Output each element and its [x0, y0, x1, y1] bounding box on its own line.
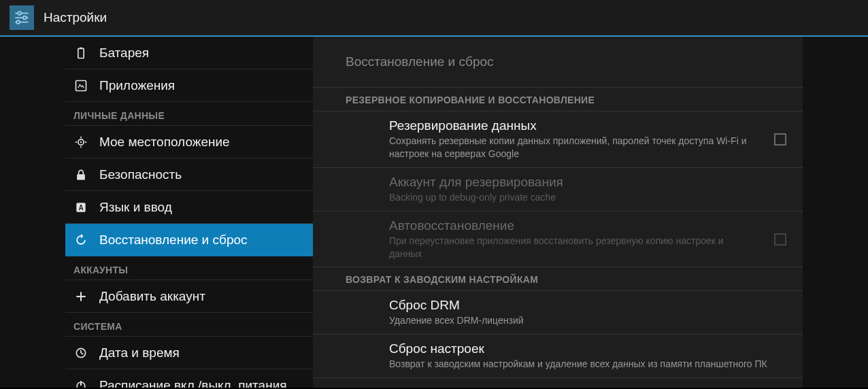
sidebar-item-label: Добавить аккаунт [99, 289, 205, 304]
clock-icon [73, 345, 88, 360]
sidebar-item-label: Дата и время [99, 345, 180, 360]
setting-text: Сброс настроекВозврат к заводским настро… [389, 341, 786, 371]
setting-subtitle: Возврат к заводским настройкам и удалени… [389, 358, 775, 371]
svg-rect-15 [77, 174, 85, 180]
main: БатареяПриложенияЛИЧНЫЕ ДАННЫЕМое местоп… [0, 37, 868, 388]
lock-icon [73, 167, 88, 182]
sidebar-item-clock[interactable]: Дата и время [65, 337, 313, 369]
setting-title: Аккаунт для резервирования [389, 175, 775, 190]
svg-text:A: A [78, 204, 83, 212]
setting-text: АвтовосстановлениеПри переустановке прил… [389, 218, 766, 260]
setting-text: Резервирование данныхСохранять резервные… [389, 118, 766, 160]
setting-subtitle: Backing up to debug-only private cache [389, 191, 775, 204]
setting-title: Резервирование данных [389, 118, 755, 133]
setting-title: Сброс DRM [389, 298, 775, 313]
sidebar-item-label: Приложения [99, 78, 175, 93]
sidebar-item-power[interactable]: Расписание вкл./выкл. питания [65, 369, 313, 388]
sidebar-item-label: Язык и ввод [99, 200, 172, 215]
setting-subtitle: Удаление всех DRM-лицензий [389, 314, 775, 327]
topbar-title: Настройки [44, 10, 107, 25]
setting-row[interactable]: Сброс настроекВозврат к заводским настро… [313, 335, 803, 378]
svg-point-10 [80, 141, 82, 143]
sidebar-item-battery[interactable]: Батарея [65, 37, 313, 69]
sidebar-item-location[interactable]: Мое местоположение [65, 126, 313, 158]
section-header: РЕЗЕРВНОЕ КОПИРОВАНИЕ И ВОССТАНОВЛЕНИЕ [313, 88, 803, 112]
plus-icon [73, 289, 88, 304]
topbar: Настройки [0, 0, 868, 37]
svg-line-22 [81, 353, 83, 354]
section-header: ВОЗВРАТ К ЗАВОДСКИМ НАСТРОЙКАМ [313, 267, 803, 291]
settings-icon [10, 5, 34, 30]
sidebar-item-plus[interactable]: Добавить аккаунт [65, 280, 313, 313]
sidebar-header: АККАУНТЫ [65, 256, 313, 280]
page-title: Восстановление и сброс [313, 37, 803, 88]
apps-icon [73, 78, 88, 93]
sidebar-item-label: Расписание вкл./выкл. питания [99, 378, 287, 388]
sidebar-item-label: Мое местоположение [99, 135, 230, 150]
sidebar-item-label: Восстановление и сброс [99, 233, 248, 248]
setting-title: Автовосстановление [389, 218, 755, 233]
sidebar-item-language[interactable]: AЯзык и ввод [65, 191, 313, 224]
setting-title: Сброс настроек [389, 341, 775, 356]
sidebar: БатареяПриложенияЛИЧНЫЕ ДАННЫЕМое местоп… [0, 37, 313, 388]
sidebar-item-label: Безопасность [99, 167, 182, 182]
setting-text: Аккаунт для резервированияBacking up to … [389, 175, 786, 204]
setting-text: Сброс DRMУдаление всех DRM-лицензий [389, 298, 786, 327]
sidebar-item-label: Батарея [99, 46, 149, 61]
svg-rect-7 [80, 47, 82, 48]
setting-row: Аккаунт для резервированияBacking up to … [313, 168, 803, 212]
setting-subtitle: При переустановке приложения восстановит… [389, 235, 755, 260]
power-icon [73, 378, 88, 388]
svg-rect-6 [78, 48, 84, 58]
sidebar-header: ЛИЧНЫЕ ДАННЫЕ [65, 102, 313, 126]
checkbox[interactable] [774, 133, 786, 146]
setting-row[interactable]: Сброс DRMУдаление всех DRM-лицензий [313, 291, 803, 335]
svg-point-5 [16, 20, 20, 24]
location-icon [73, 135, 88, 150]
setting-subtitle: Сохранять резервные копии данных приложе… [389, 135, 755, 160]
sidebar-item-apps[interactable]: Приложения [65, 69, 313, 102]
svg-point-1 [18, 12, 21, 15]
battery-icon [73, 46, 88, 61]
setting-row: АвтовосстановлениеПри переустановке прил… [313, 212, 803, 268]
checkbox [774, 233, 786, 246]
content-panel: Восстановление и сбросРЕЗЕРВНОЕ КОПИРОВА… [313, 37, 803, 388]
svg-point-3 [23, 16, 27, 20]
sidebar-header: СИСТЕМА [65, 313, 313, 337]
language-icon: A [73, 200, 88, 215]
setting-row[interactable]: Резервирование данныхСохранять резервные… [313, 112, 803, 168]
backup-icon [73, 233, 88, 248]
sidebar-item-lock[interactable]: Безопасность [65, 158, 313, 191]
sidebar-item-backup[interactable]: Восстановление и сброс [65, 224, 313, 256]
